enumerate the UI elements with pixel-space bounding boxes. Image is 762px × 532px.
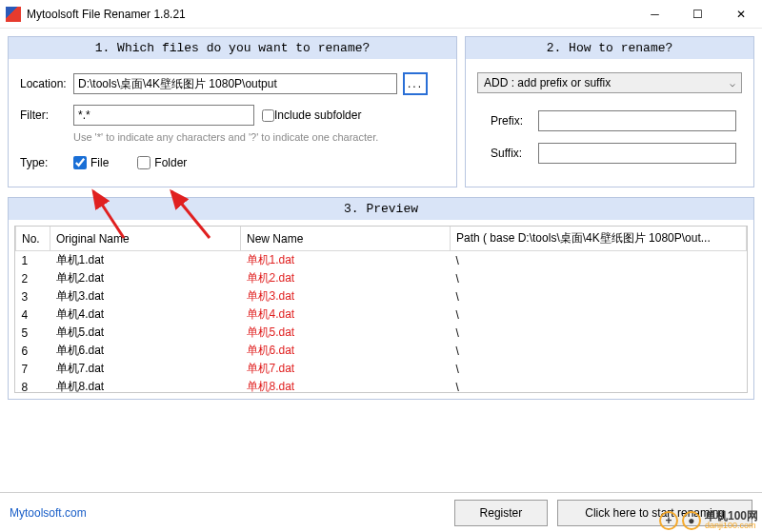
table-row[interactable]: 7单机7.dat单机7.dat\	[16, 360, 747, 378]
maximize-button[interactable]: ☐	[676, 0, 719, 29]
cell-no: 5	[16, 324, 50, 342]
section-rename: 2. How to rename? ADD : add prefix or su…	[465, 36, 754, 187]
location-label: Location:	[20, 77, 73, 90]
type-label: Type:	[20, 156, 73, 169]
table-row[interactable]: 8单机8.dat单机8.dat\	[16, 378, 747, 393]
filter-hint: Use '*' to indicate any characters and '…	[73, 131, 445, 143]
section-files-header: 1. Which files do you want to rename?	[9, 37, 456, 59]
cell-new: 单机8.dat	[241, 378, 451, 393]
col-no[interactable]: No.	[16, 227, 50, 251]
cell-path: \	[451, 251, 747, 270]
cell-orig: 单机7.dat	[50, 360, 241, 378]
website-link[interactable]: Mytoolsoft.com	[10, 506, 87, 520]
cell-new: 单机4.dat	[241, 305, 451, 324]
close-button[interactable]: ✕	[719, 0, 762, 29]
suffix-label: Suffix:	[491, 147, 538, 160]
folder-checkbox-label: Folder	[154, 156, 187, 169]
browse-button[interactable]: ...	[403, 72, 428, 95]
filter-input[interactable]	[73, 105, 254, 126]
cell-no: 7	[16, 360, 50, 378]
app-icon	[6, 7, 21, 22]
footer: Mytoolsoft.com Register Click here to st…	[0, 492, 762, 532]
cell-new: 单机7.dat	[241, 360, 451, 378]
table-row[interactable]: 4单机4.dat单机4.dat\	[16, 305, 747, 324]
table-row[interactable]: 6单机6.dat单机6.dat\	[16, 342, 747, 360]
watermark-dot-icon: ●	[682, 511, 701, 530]
cell-no: 4	[16, 305, 50, 324]
cell-new: 单机3.dat	[241, 287, 451, 305]
prefix-input[interactable]	[538, 110, 736, 131]
watermark-plus-icon: +	[659, 511, 678, 530]
col-original[interactable]: Original Name	[50, 227, 241, 251]
cell-no: 1	[16, 251, 50, 270]
chevron-down-icon: ⌵	[730, 78, 735, 89]
folder-checkbox[interactable]	[137, 156, 150, 169]
include-subfolder-label: Include subfolder	[274, 108, 361, 122]
method-dropdown-value: ADD : add prefix or suffix	[484, 76, 611, 89]
section-preview-header: 3. Preview	[9, 198, 753, 220]
cell-path: \	[451, 305, 747, 324]
cell-orig: 单机8.dat	[50, 378, 241, 393]
cell-new: 单机6.dat	[241, 342, 451, 360]
filter-label: Filter:	[20, 108, 73, 122]
table-row[interactable]: 1单机1.dat单机1.dat\	[16, 251, 747, 270]
titlebar: Mytoolsoft File Renamer 1.8.21 ─ ☐ ✕	[0, 0, 762, 29]
table-row[interactable]: 3单机3.dat单机3.dat\	[16, 287, 747, 305]
register-button[interactable]: Register	[454, 500, 549, 526]
col-path[interactable]: Path ( base D:\tools\桌面\4K壁纸图片 1080P\out…	[451, 227, 747, 251]
cell-orig: 单机4.dat	[50, 305, 241, 324]
table-row[interactable]: 2单机2.dat单机2.dat\	[16, 269, 747, 287]
cell-path: \	[451, 342, 747, 360]
col-new[interactable]: New Name	[241, 227, 451, 251]
table-row[interactable]: 5单机5.dat单机5.dat\	[16, 324, 747, 342]
cell-path: \	[451, 360, 747, 378]
cell-orig: 单机5.dat	[50, 324, 241, 342]
file-checkbox[interactable]	[73, 156, 87, 169]
suffix-input[interactable]	[538, 143, 736, 164]
file-checkbox-label: File	[90, 156, 109, 169]
cell-no: 2	[16, 269, 50, 287]
cell-no: 6	[16, 342, 50, 360]
method-dropdown[interactable]: ADD : add prefix or suffix ⌵	[477, 72, 742, 93]
minimize-button[interactable]: ─	[633, 0, 676, 29]
cell-new: 单机5.dat	[241, 324, 451, 342]
cell-path: \	[451, 378, 747, 393]
cell-orig: 单机1.dat	[50, 251, 241, 270]
watermark: + ● 单机100网 danji100.com	[659, 510, 758, 530]
cell-path: \	[451, 324, 747, 342]
cell-path: \	[451, 269, 747, 287]
preview-table: No. Original Name New Name Path ( base D…	[15, 227, 747, 393]
watermark-domain: danji100.com	[705, 522, 758, 530]
section-preview: 3. Preview No. Original Name New Name Pa…	[8, 197, 754, 400]
cell-orig: 单机3.dat	[50, 287, 241, 305]
location-input[interactable]	[73, 73, 397, 94]
cell-no: 8	[16, 378, 50, 393]
cell-no: 3	[16, 287, 50, 305]
cell-new: 单机2.dat	[241, 269, 451, 287]
cell-orig: 单机2.dat	[50, 269, 241, 287]
window-title: Mytoolsoft File Renamer 1.8.21	[27, 8, 633, 21]
cell-orig: 单机6.dat	[50, 342, 241, 360]
section-rename-header: 2. How to rename?	[466, 37, 753, 59]
cell-path: \	[451, 287, 747, 305]
section-files: 1. Which files do you want to rename? Lo…	[8, 36, 457, 187]
prefix-label: Prefix:	[491, 114, 538, 128]
include-subfolder-checkbox[interactable]	[262, 109, 274, 122]
cell-new: 单机1.dat	[241, 251, 451, 270]
